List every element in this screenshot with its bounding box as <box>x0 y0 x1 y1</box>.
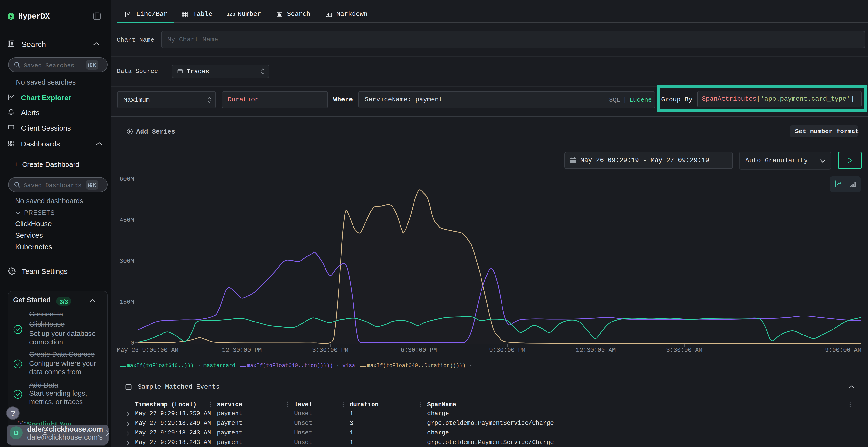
svg-text:3:30:00 PM: 3:30:00 PM <box>312 347 348 354</box>
svg-text:150M: 150M <box>120 299 134 306</box>
svg-text:0: 0 <box>130 340 134 347</box>
svg-text:9:30:00 PM: 9:30:00 PM <box>489 347 525 354</box>
svg-text:9:00:00 AM: 9:00:00 AM <box>825 347 861 354</box>
svg-text:12:30:00 PM: 12:30:00 PM <box>222 347 261 354</box>
svg-text:3:30:00 AM: 3:30:00 AM <box>666 347 702 354</box>
svg-text:May 26 9:00:00 AM: May 26 9:00:00 AM <box>117 347 179 354</box>
svg-text:600M: 600M <box>120 176 134 183</box>
svg-text:300M: 300M <box>120 258 134 265</box>
svg-text:12:30:00 AM: 12:30:00 AM <box>576 347 616 354</box>
svg-text:6:30:00 PM: 6:30:00 PM <box>401 347 437 354</box>
svg-text:450M: 450M <box>120 217 134 224</box>
